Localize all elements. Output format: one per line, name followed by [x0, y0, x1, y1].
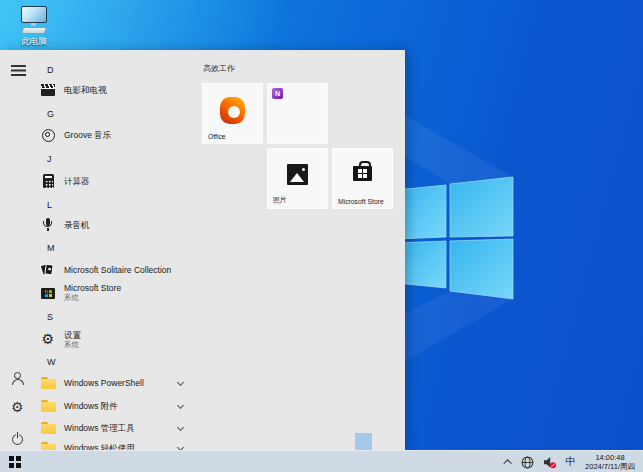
- clock-date: 2024/7/11/周四: [585, 462, 635, 471]
- app-item-windows-ease-of-access[interactable]: Windows 轻松使用: [36, 437, 202, 450]
- windows-logo-icon: [9, 456, 20, 467]
- app-item-label: Microsoft Solitaire Collection: [64, 265, 171, 275]
- section-letter-w[interactable]: W: [36, 351, 202, 373]
- app-item-windows-admin-tools[interactable]: Windows 管理工具: [36, 417, 202, 439]
- settings-gear-icon: ⚙: [40, 331, 56, 347]
- chevron-down-icon[interactable]: [177, 424, 184, 431]
- photos-icon: [287, 164, 308, 185]
- this-pc-icon: [21, 6, 47, 23]
- app-item-sublabel: 系统: [64, 340, 81, 349]
- tile-label: Office: [208, 133, 226, 140]
- power-icon[interactable]: [11, 432, 23, 444]
- clock-time: 14:00:48: [595, 453, 624, 462]
- app-item-settings[interactable]: ⚙ 设置 系统: [36, 324, 202, 354]
- app-item-microsoft-store[interactable]: Microsoft Store 系统: [36, 277, 202, 307]
- section-letter-label: L: [47, 200, 52, 210]
- section-letter-j[interactable]: J: [36, 148, 202, 170]
- speaker-muted-icon[interactable]: [543, 456, 557, 469]
- app-item-label: 电影和电视: [64, 85, 107, 95]
- this-pc-keyboard-icon: [21, 27, 47, 34]
- folder-icon: [41, 442, 56, 450]
- app-item-label: Microsoft Store: [64, 283, 121, 293]
- desktop-icon-this-pc[interactable]: 此电脑: [10, 6, 58, 48]
- desktop: 此电脑 ⚙ D 电影和电视 G Groove 音乐 J: [0, 0, 643, 472]
- section-letter-label: D: [47, 65, 54, 75]
- globe-icon[interactable]: [521, 456, 534, 469]
- movies-tv-icon: [41, 84, 55, 96]
- chevron-down-icon[interactable]: [177, 402, 184, 409]
- section-letter-l[interactable]: L: [36, 194, 202, 216]
- section-letter-label: W: [47, 357, 56, 367]
- start-menu-app-list: D 电影和电视 G Groove 音乐 J 计算器 L 录音机 M: [36, 50, 202, 450]
- tile-group-title[interactable]: 高效工作: [203, 63, 235, 74]
- section-letter-d[interactable]: D: [36, 59, 202, 81]
- app-item-movies-tv[interactable]: 电影和电视: [36, 79, 202, 101]
- tile-microsoft-store[interactable]: Microsoft Store: [332, 148, 393, 209]
- store-bag-color-icon: [41, 288, 55, 299]
- section-letter-label: J: [47, 154, 52, 164]
- section-letter-label: S: [47, 312, 53, 322]
- app-item-groove-music[interactable]: Groove 音乐: [36, 124, 202, 146]
- app-item-voice-recorder[interactable]: 录音机: [36, 214, 202, 236]
- store-bag-icon: [353, 166, 372, 181]
- app-item-calculator[interactable]: 计算器: [36, 170, 202, 192]
- partial-tile[interactable]: [355, 433, 372, 450]
- gear-icon[interactable]: ⚙: [11, 400, 24, 414]
- tile-label: Microsoft Store: [338, 198, 384, 205]
- folder-icon: [41, 422, 56, 434]
- user-icon[interactable]: [11, 372, 23, 385]
- system-tray: 中 14:00:48 2024/7/11/周四: [506, 451, 635, 472]
- folder-icon: [41, 377, 56, 389]
- solitaire-cards-icon: [40, 262, 56, 278]
- onenote-icon: N: [272, 88, 283, 99]
- app-item-windows-accessories[interactable]: Windows 附件: [36, 395, 202, 417]
- hamburger-icon[interactable]: [11, 65, 26, 67]
- section-letter-m[interactable]: M: [36, 237, 202, 259]
- start-menu: ⚙ D 电影和电视 G Groove 音乐 J 计算器 L: [0, 50, 405, 450]
- app-item-label: Windows PowerShell: [64, 378, 144, 388]
- folder-icon: [41, 400, 56, 412]
- chevron-up-icon[interactable]: [503, 459, 511, 467]
- desktop-icon-label: 此电脑: [10, 36, 58, 48]
- taskbar-clock[interactable]: 14:00:48 2024/7/11/周四: [585, 453, 635, 471]
- tile-onenote[interactable]: N: [267, 83, 328, 144]
- app-item-label: Groove 音乐: [64, 130, 111, 140]
- voice-recorder-icon: [40, 217, 56, 233]
- app-item-windows-powershell[interactable]: Windows PowerShell: [36, 372, 202, 394]
- app-item-sublabel: 系统: [64, 293, 121, 302]
- calculator-icon: [43, 174, 54, 188]
- app-item-label: 设置: [64, 330, 81, 340]
- app-item-label: Windows 附件: [64, 401, 118, 411]
- tile-office[interactable]: Office: [202, 83, 263, 144]
- office-logo-icon: [220, 97, 245, 124]
- start-button[interactable]: [0, 451, 30, 472]
- app-item-label: 计算器: [64, 176, 90, 186]
- taskbar: 中 14:00:48 2024/7/11/周四: [0, 450, 643, 472]
- app-item-label: 录音机: [64, 220, 90, 230]
- app-item-label: Windows 管理工具: [64, 423, 135, 433]
- app-item-label: Windows 轻松使用: [64, 443, 135, 450]
- tile-label: 照片: [273, 195, 287, 205]
- section-letter-g[interactable]: G: [36, 103, 202, 125]
- section-letter-label: G: [47, 109, 54, 119]
- tile-photos[interactable]: 照片: [267, 148, 328, 209]
- section-letter-label: M: [47, 243, 55, 253]
- chevron-down-icon[interactable]: [177, 379, 184, 386]
- start-menu-rail: ⚙: [0, 50, 36, 450]
- groove-music-icon: [42, 129, 55, 142]
- ime-indicator[interactable]: 中: [566, 455, 577, 469]
